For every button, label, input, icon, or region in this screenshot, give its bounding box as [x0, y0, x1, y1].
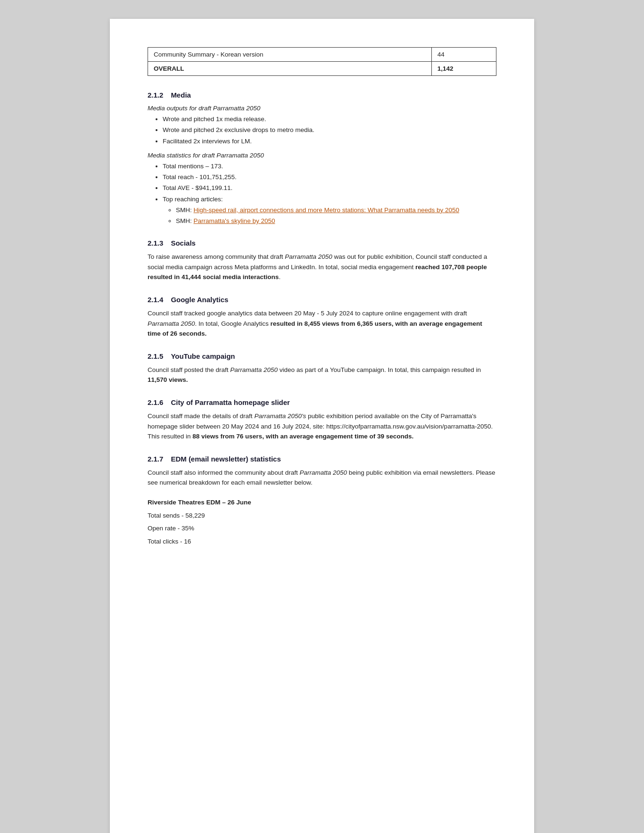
list-item: SMH: Parramatta's skyline by 2050 [176, 216, 496, 226]
table-row-overall: OVERALL 1,142 [148, 62, 496, 76]
section-media-heading: 2.1.2Media [148, 91, 496, 99]
section-youtube: 2.1.5YouTube campaign Council staff post… [148, 352, 496, 385]
list-item: Total reach - 101,751,255. [163, 173, 496, 182]
youtube-text-mid: video as part of a YouTube campaign. In … [278, 366, 481, 373]
section-edm-title: EDM (email newsletter) statistics [171, 455, 281, 463]
list-item: Total mentions – 173. [163, 162, 496, 171]
section-homepage-number: 2.1.6 [148, 398, 163, 406]
list-item: Wrote and pitched 2x exclusive drops to … [163, 125, 496, 135]
table-cell-label: Community Summary - Korean version [148, 48, 432, 62]
socials-text-end: . [279, 273, 281, 280]
section-homepage-title: City of Parramatta homepage slider [171, 398, 290, 406]
smh-link-1[interactable]: High-speed rail, airport connections and… [194, 206, 460, 214]
google-text-mid: . In total, Google Analytics [195, 320, 271, 327]
list-item: SMH: High-speed rail, airport connection… [176, 206, 496, 215]
homepage-text-start: Council staff made the details of draft [148, 412, 254, 420]
section-edm: 2.1.7EDM (email newsletter) statistics C… [148, 455, 496, 547]
media-stats-heading: Media statistics for draft Parramatta 20… [148, 152, 496, 159]
edm-italic: Parramatta 2050 [299, 469, 347, 476]
socials-body: To raise awareness among community that … [148, 252, 496, 282]
section-media: 2.1.2Media Media outputs for draft Parra… [148, 91, 496, 226]
riverside-title: Riverside Theatres EDM – 26 June [148, 497, 496, 508]
riverside-open-rate: Open rate - 35% [148, 523, 496, 534]
list-item: Top reaching articles: SMH: High-speed r… [163, 195, 496, 226]
summary-table: Community Summary - Korean version 44 OV… [148, 47, 496, 76]
section-socials: 2.1.3Socials To raise awareness among co… [148, 239, 496, 282]
section-google-title: Google Analytics [171, 296, 228, 304]
socials-italic: Parramatta 2050 [285, 253, 332, 260]
section-homepage: 2.1.6City of Parramatta homepage slider … [148, 398, 496, 442]
media-sub-list: SMH: High-speed rail, airport connection… [176, 206, 496, 226]
smh-prefix-2: SMH: [176, 217, 194, 224]
media-stats-list: Total mentions – 173. Total reach - 101,… [163, 162, 496, 226]
homepage-italic: Parramatta 2050's [254, 412, 306, 420]
section-media-number: 2.1.2 [148, 91, 163, 99]
section-socials-heading: 2.1.3Socials [148, 239, 496, 247]
google-body: Council staff tracked google analytics d… [148, 308, 496, 339]
list-item: Facilitated 2x interviews for LM. [163, 137, 496, 146]
section-google-heading: 2.1.4Google Analytics [148, 296, 496, 304]
table-row: Community Summary - Korean version 44 [148, 48, 496, 62]
section-media-title: Media [171, 91, 191, 99]
media-outputs-list: Wrote and pitched 1x media release. Wrot… [163, 115, 496, 146]
section-homepage-heading: 2.1.6City of Parramatta homepage slider [148, 398, 496, 406]
top-reaching-label: Top reaching articles: [163, 196, 223, 203]
youtube-bold: 11,570 views. [148, 376, 188, 383]
section-socials-number: 2.1.3 [148, 239, 163, 247]
section-google-number: 2.1.4 [148, 296, 163, 304]
youtube-text-start: Council staff posted the draft [148, 366, 230, 373]
edm-text-start: Council staff also informed the communit… [148, 469, 299, 476]
media-outputs-heading: Media outputs for draft Parramatta 2050 [148, 105, 496, 112]
section-edm-number: 2.1.7 [148, 455, 163, 463]
document-page: Community Summary - Korean version 44 OV… [110, 19, 534, 833]
riverside-clicks: Total clicks - 16 [148, 536, 496, 547]
google-text-start: Council staff tracked google analytics d… [148, 310, 467, 317]
section-youtube-heading: 2.1.5YouTube campaign [148, 352, 496, 360]
list-item: Total AVE - $941,199.11. [163, 183, 496, 193]
section-edm-heading: 2.1.7EDM (email newsletter) statistics [148, 455, 496, 463]
socials-text-start: To raise awareness among community that … [148, 253, 285, 260]
youtube-body: Council staff posted the draft Parramatt… [148, 365, 496, 385]
google-italic: Parramatta 2050 [148, 320, 195, 327]
smh-link-2[interactable]: Parramatta's skyline by 2050 [194, 217, 275, 224]
list-item: Wrote and pitched 1x media release. [163, 115, 496, 124]
edm-body: Council staff also informed the communit… [148, 468, 496, 488]
table-cell-overall-label: OVERALL [148, 62, 432, 76]
homepage-bold: 88 views from 76 users, with an average … [192, 433, 413, 440]
section-youtube-title: YouTube campaign [171, 352, 235, 360]
section-google: 2.1.4Google Analytics Council staff trac… [148, 296, 496, 339]
riverside-sends: Total sends - 58,229 [148, 511, 496, 521]
section-youtube-number: 2.1.5 [148, 352, 163, 360]
table-cell-overall-value: 1,142 [431, 62, 496, 76]
section-socials-title: Socials [171, 239, 196, 247]
homepage-body: Council staff made the details of draft … [148, 411, 496, 442]
youtube-italic: Parramatta 2050 [230, 366, 278, 373]
smh-prefix-1: SMH: [176, 206, 194, 214]
table-cell-value: 44 [431, 48, 496, 62]
